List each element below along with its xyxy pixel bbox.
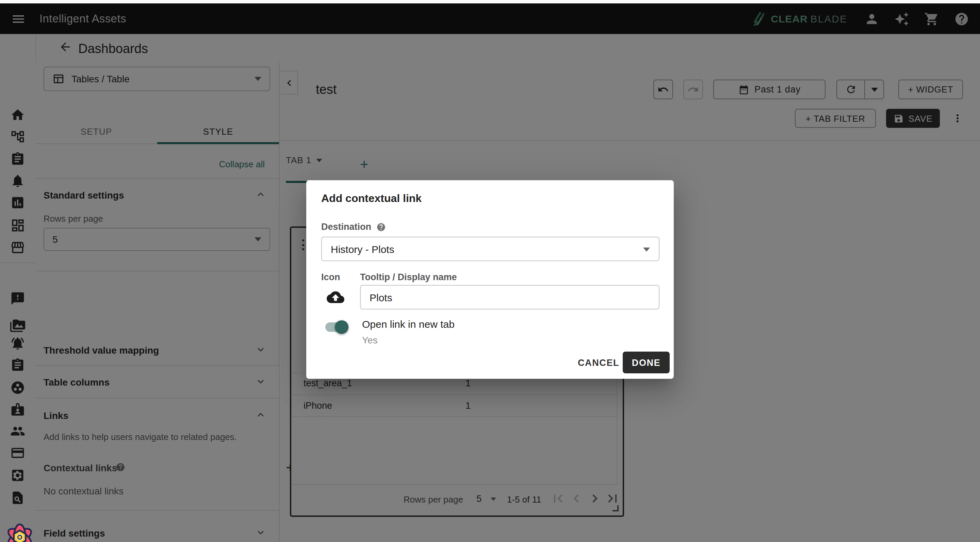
toggle-label: Open link in new tab — [362, 318, 455, 330]
tooltip-column-label: Tooltip / Display name — [360, 272, 457, 282]
destination-select[interactable]: History - Plots — [321, 237, 659, 261]
destination-value: History - Plots — [331, 244, 395, 255]
destination-label-row: Destination — [321, 222, 385, 232]
destination-label: Destination — [321, 222, 371, 232]
app-root: Intelligent Assets CLEARBLADE Dashboards — [0, 0, 980, 542]
add-contextual-link-dialog: Add contextual link Destination History … — [306, 180, 674, 379]
done-button[interactable]: DONE — [623, 352, 670, 373]
tooltip-input[interactable]: Plots — [360, 285, 659, 309]
cancel-button[interactable]: CANCEL — [578, 358, 619, 368]
browser-top-strip — [0, 0, 980, 3]
help-circle-icon[interactable] — [376, 222, 385, 231]
tooltip-input-value: Plots — [369, 292, 392, 303]
chevron-down-icon — [643, 247, 650, 252]
open-new-tab-toggle[interactable] — [325, 320, 348, 334]
dialog-title: Add contextual link — [321, 192, 422, 205]
icon-column-label: Icon — [321, 272, 340, 282]
atom-extension-icon[interactable] — [5, 522, 35, 542]
done-label: DONE — [632, 357, 660, 368]
toggle-value: Yes — [362, 334, 378, 345]
cloud-upload-icon[interactable] — [327, 288, 344, 306]
toggle-thumb — [335, 320, 348, 334]
